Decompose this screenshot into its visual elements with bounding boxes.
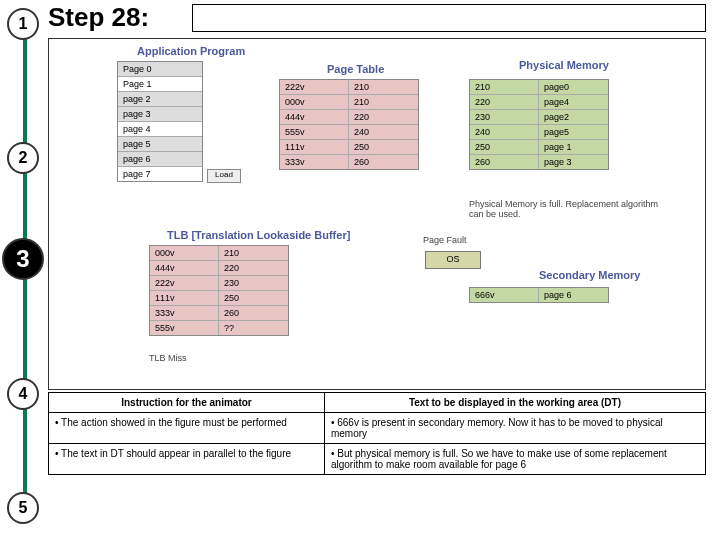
step-node-5[interactable]: 5 — [7, 492, 39, 524]
label-page-table: Page Table — [327, 63, 384, 75]
page-table: 222v210 000v210 444v220 555v240 111v250 … — [279, 79, 419, 170]
tlb-table: 000v210 444v220 222v230 111v250 333v260 … — [149, 245, 289, 336]
physical-memory-table: 210page0 220page4 230page2 240page5 250p… — [469, 79, 609, 170]
label-application-program: Application Program — [137, 45, 245, 57]
note-page-fault: Page Fault — [423, 235, 467, 245]
ap-row: page 2 — [118, 92, 202, 106]
load-label: Load — [207, 169, 241, 183]
ap-row: Page 1 — [118, 77, 202, 91]
instruction-table: Instruction for the animator Text to be … — [48, 392, 706, 475]
step-node-2[interactable]: 2 — [7, 142, 39, 174]
ap-row: Page 0 — [118, 62, 202, 76]
td-dt-2: • But physical memory is full. So we hav… — [324, 444, 705, 475]
secondary-memory-table: 666vpage 6 — [469, 287, 609, 303]
note-tlb-miss: TLB Miss — [149, 353, 187, 363]
step-rail: 1 2 3 4 5 — [5, 0, 41, 540]
step-node-1[interactable]: 1 — [7, 8, 39, 40]
note-pm-full: Physical Memory is full. Replacement alg… — [469, 199, 669, 219]
application-program-table: Page 0 Page 1 page 2 page 3 page 4 page … — [117, 61, 203, 182]
ap-row: page 6 — [118, 152, 202, 166]
ap-row: page 4 — [118, 122, 202, 136]
step-node-3[interactable]: 3 — [2, 238, 44, 280]
td-dt-1: • 666v is present in secondary memory. N… — [324, 413, 705, 444]
label-physical-memory: Physical Memory — [519, 59, 609, 71]
step-node-4[interactable]: 4 — [7, 378, 39, 410]
ap-row: page 5 — [118, 137, 202, 151]
diagram-canvas: Application Program Page Table Physical … — [48, 38, 706, 390]
ap-row: page 3 — [118, 107, 202, 121]
title-input-box — [192, 4, 706, 32]
label-secondary-memory: Secondary Memory — [539, 269, 640, 281]
td-instruction-1: • The action showed in the figure must b… — [49, 413, 325, 444]
os-box: OS — [425, 251, 481, 269]
ap-row: page 7 — [118, 167, 202, 181]
th-dt: Text to be displayed in the working area… — [324, 393, 705, 413]
step-title: Step 28: — [48, 2, 149, 33]
th-instruction: Instruction for the animator — [49, 393, 325, 413]
label-tlb: TLB [Translation Lookaside Buffer] — [167, 229, 350, 241]
td-instruction-2: • The text in DT should appear in parall… — [49, 444, 325, 475]
